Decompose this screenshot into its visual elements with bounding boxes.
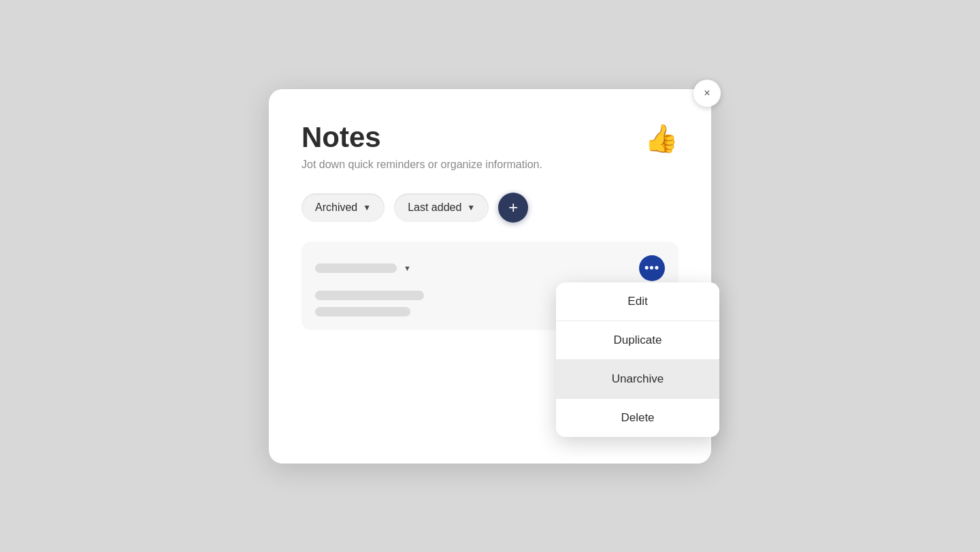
note-line-2 xyxy=(315,307,410,316)
sort-filter-label: Last added xyxy=(408,201,461,214)
note-options-button[interactable]: ••• xyxy=(639,255,665,281)
notes-list: ▼ ••• Edit Duplicate Unarchive xyxy=(301,242,679,330)
add-icon: + xyxy=(508,199,518,216)
note-title-placeholder: ▼ xyxy=(315,263,411,273)
modal-overlay: × Notes 👍 Jot down quick reminders or or… xyxy=(0,0,980,552)
status-filter-label: Archived xyxy=(315,201,357,214)
filters-row: Archived ▼ Last added ▼ + xyxy=(301,193,679,223)
add-note-button[interactable]: + xyxy=(498,193,528,223)
note-chevron-icon: ▼ xyxy=(404,264,411,272)
sort-filter-dropdown[interactable]: Last added ▼ xyxy=(394,193,489,222)
three-dots-icon: ••• xyxy=(644,261,659,275)
close-icon: × xyxy=(704,87,710,99)
note-title-bar xyxy=(315,263,397,273)
sort-chevron-icon: ▼ xyxy=(467,203,475,212)
thumbs-up-icon: 👍 xyxy=(644,125,679,152)
context-menu-unarchive[interactable]: Unarchive xyxy=(556,360,719,398)
notes-modal: × Notes 👍 Jot down quick reminders or or… xyxy=(269,89,711,464)
modal-header: Notes 👍 xyxy=(301,122,679,153)
close-button[interactable]: × xyxy=(693,80,721,107)
status-filter-dropdown[interactable]: Archived ▼ xyxy=(301,193,385,222)
context-menu: Edit Duplicate Unarchive Delete xyxy=(556,282,719,437)
context-menu-edit[interactable]: Edit xyxy=(556,282,719,321)
context-menu-delete[interactable]: Delete xyxy=(556,399,719,437)
note-card: ▼ ••• Edit Duplicate Unarchive xyxy=(301,242,679,330)
note-card-header: ▼ ••• xyxy=(315,255,665,281)
status-chevron-icon: ▼ xyxy=(363,203,371,212)
context-menu-duplicate[interactable]: Duplicate xyxy=(556,321,719,359)
modal-subtitle: Jot down quick reminders or organize inf… xyxy=(301,159,679,171)
note-line-1 xyxy=(315,291,424,300)
modal-title: Notes xyxy=(301,122,381,153)
